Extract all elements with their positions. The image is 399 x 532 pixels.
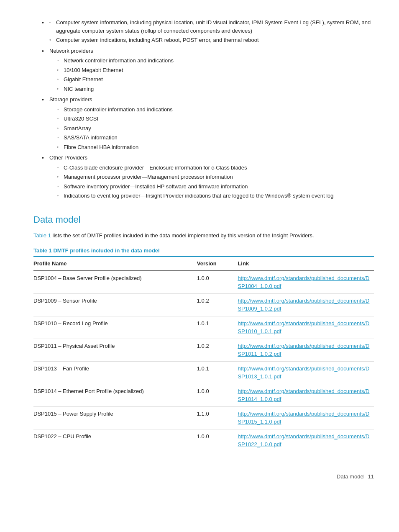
table-title: Table 1 DMTF profiles included in the da… bbox=[33, 247, 374, 257]
col-header-profile: Profile Name bbox=[33, 257, 197, 271]
intro-body-text: lists the set of DMTF profiles included … bbox=[51, 232, 314, 239]
network-sub-list: Network controller information and indic… bbox=[57, 57, 374, 93]
storage-item: Storage providers Storage controller inf… bbox=[42, 95, 374, 151]
storage-sub-4: Fibre Channel HBA information bbox=[57, 143, 374, 152]
section-heading: Data model bbox=[33, 213, 374, 226]
cell-link-6: http://www.dmtf.org/standards/published_… bbox=[238, 406, 374, 429]
other-sub-2: Software inventory provider—Installed HP… bbox=[57, 182, 374, 191]
network-sub-2: Gigabit Ethernet bbox=[57, 75, 374, 84]
table-row: DSP1009 – Sensor Profile1.0.2http://www.… bbox=[33, 293, 374, 316]
data-model-section: Data model Table 1 lists the set of DMTF… bbox=[33, 213, 374, 452]
other-sub-0: C-Class blade enclosure provider—Enclosu… bbox=[57, 164, 374, 172]
storage-sub-1: Ultra320 SCSI bbox=[57, 115, 374, 123]
cell-link-0: http://www.dmtf.org/standards/published_… bbox=[238, 271, 374, 294]
cell-version-7: 1.0.0 bbox=[197, 429, 238, 452]
storage-sub-3: SAS/SATA information bbox=[57, 134, 374, 142]
intro-paragraph: Table 1 lists the set of DMTF profiles i… bbox=[33, 231, 374, 240]
table-row: DSP1004 – Base Server Profile (specializ… bbox=[33, 271, 374, 294]
cell-version-6: 1.1.0 bbox=[197, 406, 238, 429]
cell-profile-5: DSP1014 – Ethernet Port Profile (special… bbox=[33, 384, 197, 406]
footer-page-number: 11 bbox=[368, 473, 374, 481]
table-row: DSP1014 – Ethernet Port Profile (special… bbox=[33, 384, 374, 406]
cell-link-4: http://www.dmtf.org/standards/published_… bbox=[238, 361, 374, 384]
network-sub-1: 10/100 Megabit Ethernet bbox=[57, 66, 374, 75]
table-row: DSP1015 – Power Supply Profile1.1.0http:… bbox=[33, 406, 374, 429]
table-link-1[interactable]: http://www.dmtf.org/standards/published_… bbox=[238, 298, 369, 312]
cell-profile-0: DSP1004 – Base Server Profile (specializ… bbox=[33, 271, 197, 294]
table-link-7[interactable]: http://www.dmtf.org/standards/published_… bbox=[238, 433, 369, 448]
cell-version-2: 1.0.1 bbox=[197, 316, 238, 339]
network-sub-0: Network controller information and indic… bbox=[57, 57, 374, 65]
computer-sub-list: Computer system information, including p… bbox=[49, 18, 374, 44]
cell-version-1: 1.0.2 bbox=[197, 293, 238, 316]
storage-sub-0: Storage controller information and indic… bbox=[57, 105, 374, 114]
bullet-section: Computer system information, including p… bbox=[33, 18, 374, 200]
footer-label: Data model bbox=[337, 473, 364, 481]
table-link-5[interactable]: http://www.dmtf.org/standards/published_… bbox=[238, 388, 369, 403]
table-1-link[interactable]: Table 1 bbox=[33, 232, 51, 239]
cell-profile-1: DSP1009 – Sensor Profile bbox=[33, 293, 197, 316]
sub-item-computer-1: Computer system information, including p… bbox=[49, 18, 374, 35]
page-footer: Data model 11 bbox=[33, 473, 374, 481]
other-item: Other Providers C-Class blade enclosure … bbox=[42, 154, 374, 200]
table-header-row: Profile Name Version Link bbox=[33, 257, 374, 271]
computer-items-group: Computer system information, including p… bbox=[42, 18, 374, 44]
storage-sub-list: Storage controller information and indic… bbox=[57, 105, 374, 152]
other-sub-list: C-Class blade enclosure provider—Enclosu… bbox=[57, 164, 374, 200]
table-link-3[interactable]: http://www.dmtf.org/standards/published_… bbox=[238, 343, 369, 357]
cell-link-2: http://www.dmtf.org/standards/published_… bbox=[238, 316, 374, 339]
col-header-version: Version bbox=[197, 257, 238, 271]
cell-profile-2: DSP1010 – Record Log Profile bbox=[33, 316, 197, 339]
sub-item-computer-2: Computer system indications, including A… bbox=[49, 36, 374, 44]
table-link-4[interactable]: http://www.dmtf.org/standards/published_… bbox=[238, 365, 369, 380]
table-row: DSP1010 – Record Log Profile1.0.1http://… bbox=[33, 316, 374, 339]
cell-profile-7: DSP1022 – CPU Profile bbox=[33, 429, 197, 452]
cell-link-7: http://www.dmtf.org/standards/published_… bbox=[238, 429, 374, 452]
table-row: DSP1013 – Fan Profile1.0.1http://www.dmt… bbox=[33, 361, 374, 384]
network-sub-3: NIC teaming bbox=[57, 85, 374, 93]
cell-link-3: http://www.dmtf.org/standards/published_… bbox=[238, 339, 374, 361]
storage-sub-2: SmartArray bbox=[57, 124, 374, 133]
table-link-2[interactable]: http://www.dmtf.org/standards/published_… bbox=[238, 320, 369, 335]
other-sub-3: Indications to event log provider—Insigh… bbox=[57, 192, 374, 200]
cell-link-5: http://www.dmtf.org/standards/published_… bbox=[238, 384, 374, 406]
cell-link-1: http://www.dmtf.org/standards/published_… bbox=[238, 293, 374, 316]
col-header-link: Link bbox=[238, 257, 374, 271]
table-link-6[interactable]: http://www.dmtf.org/standards/published_… bbox=[238, 411, 369, 425]
cell-profile-3: DSP1011 – Physical Asset Profile bbox=[33, 339, 197, 361]
table-row: DSP1022 – CPU Profile1.0.0http://www.dmt… bbox=[33, 429, 374, 452]
cell-version-0: 1.0.0 bbox=[197, 271, 238, 294]
cell-version-5: 1.0.0 bbox=[197, 384, 238, 406]
table-row: DSP1011 – Physical Asset Profile1.0.2htt… bbox=[33, 339, 374, 361]
dmtf-profiles-table: Profile Name Version Link DSP1004 – Base… bbox=[33, 257, 374, 452]
other-sub-1: Management processor provider—Management… bbox=[57, 173, 374, 181]
cell-version-3: 1.0.2 bbox=[197, 339, 238, 361]
main-bullet-list: Computer system information, including p… bbox=[42, 18, 374, 200]
network-item: Network providers Network controller inf… bbox=[42, 47, 374, 93]
cell-profile-6: DSP1015 – Power Supply Profile bbox=[33, 406, 197, 429]
cell-profile-4: DSP1013 – Fan Profile bbox=[33, 361, 197, 384]
table-link-0[interactable]: http://www.dmtf.org/standards/published_… bbox=[238, 275, 369, 290]
cell-version-4: 1.0.1 bbox=[197, 361, 238, 384]
